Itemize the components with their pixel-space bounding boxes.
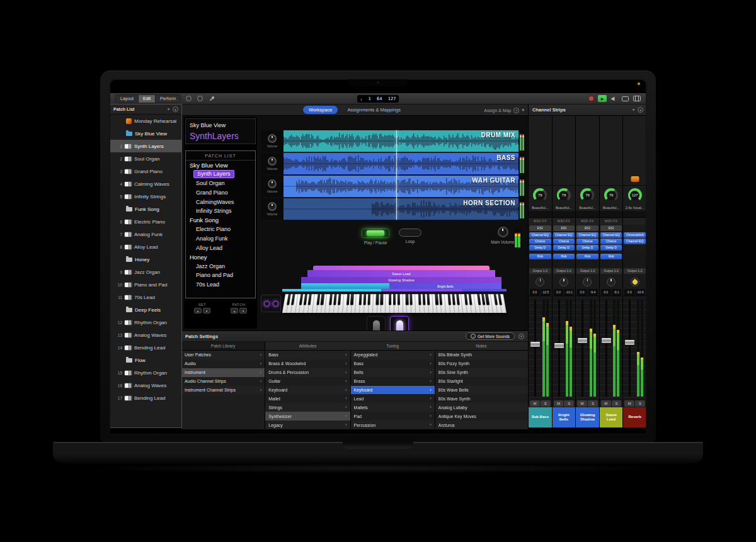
channel-knob[interactable]: 127 (628, 188, 642, 202)
play-button[interactable]: ▶ (598, 95, 607, 102)
output-slot[interactable]: Output 1-2 (576, 268, 598, 274)
mode-button[interactable]: Edit (139, 95, 156, 103)
output-slot[interactable]: Output 1-2 (624, 268, 646, 274)
track-volume-knob[interactable] (268, 179, 277, 188)
patch-list-item[interactable]: Funk Song (110, 203, 181, 215)
midi-fx-slot[interactable]: E52 (600, 225, 622, 231)
patch-list-item[interactable]: 11 70s Lead (110, 291, 181, 303)
mute-button[interactable]: M (554, 400, 564, 407)
sound-item[interactable]: Antique Key Moves (435, 412, 528, 421)
pan-knob[interactable] (559, 278, 568, 286)
audio-fx-slot[interactable]: Chorus (529, 239, 551, 244)
patch-widget-item[interactable]: Sky Blue View (186, 161, 255, 170)
sound-item[interactable]: Arcturus (435, 421, 528, 429)
library-item[interactable]: Instrument (181, 368, 265, 377)
audio-fx-slot[interactable]: Channel EQ (600, 232, 622, 238)
subcategory-item[interactable]: Keyboard (351, 386, 435, 395)
patch-list-item[interactable]: 15 Rhythm Organ (110, 366, 181, 379)
subcategory-item[interactable]: Brass (351, 377, 435, 386)
patch-list-item[interactable]: 4 Calming Waves (110, 178, 181, 190)
mode-button[interactable]: Layout (116, 95, 139, 103)
patch-list-item[interactable]: 6 Electric Piano (110, 215, 181, 228)
patch-down-button[interactable]: ▾ (239, 308, 247, 313)
chevron-down-icon[interactable]: ▾ (522, 108, 524, 113)
channel-knob[interactable]: 79 (604, 188, 618, 202)
patch-list-item[interactable]: Deep Feels (110, 303, 181, 316)
solo-button[interactable]: S (541, 400, 551, 407)
patch-list-item[interactable]: Flow (110, 354, 181, 366)
track-volume-knob[interactable] (268, 134, 277, 143)
fader-handle[interactable] (530, 342, 540, 347)
pan-knob[interactable] (536, 278, 544, 286)
add-channel-icon[interactable]: + (632, 107, 635, 113)
send-slot-button[interactable]: Rvb (576, 254, 598, 259)
audio-fx-slot[interactable]: Channel EQ (553, 232, 575, 238)
channel-menu-icon[interactable]: ▾ (638, 107, 643, 113)
sound-item[interactable]: 80s Fizzy Synth (435, 359, 528, 368)
patch-widget-item[interactable]: CalmingWaves (186, 197, 255, 206)
category-item[interactable]: Keyboard (265, 386, 350, 395)
audio-fx-slot[interactable]: Chorus (576, 239, 598, 244)
library-item[interactable]: Instrument Channel Strips (181, 386, 265, 395)
patch-list-item[interactable]: 7 Analog Funk (110, 228, 181, 240)
subcategory-item[interactable]: Lead (351, 394, 435, 403)
audio-fx-slot[interactable]: Chorus (600, 239, 622, 244)
patch-list-item[interactable]: 12 Rhythm Organ (110, 316, 181, 329)
patch-list-item[interactable]: Monday Rehearsal (110, 115, 181, 127)
output-slot[interactable]: Output 1-2 (553, 268, 575, 274)
info-icon[interactable] (197, 95, 203, 102)
output-slot[interactable]: Output 1-2 (600, 268, 622, 274)
channel-name[interactable]: Bright Bells (553, 407, 576, 427)
patch-widget-item[interactable]: Infinity Strings (186, 206, 255, 216)
patch-list-item[interactable]: 10 Piano and Pad (110, 278, 181, 291)
category-item[interactable]: Brass & Woodwind (265, 359, 350, 368)
category-item[interactable]: Strings (265, 403, 350, 412)
tab-assignments-mappings[interactable]: Assignments & Mappings (341, 106, 406, 114)
patch-widget-item[interactable]: Analog Funk (186, 234, 255, 244)
audio-fx-slot[interactable]: Channel EQ (624, 239, 646, 244)
patch-list-item[interactable]: 3 Grand Piano (110, 165, 181, 178)
category-item[interactable]: Synthesizer (265, 412, 350, 421)
audio-fx-slot[interactable]: Delay D (600, 245, 622, 251)
assign-map-icon[interactable]: + (513, 108, 519, 113)
fader-handle[interactable] (602, 338, 611, 343)
track-volume-knob[interactable] (268, 157, 277, 166)
audio-fx-slot[interactable]: Delay D (576, 245, 598, 251)
category-item[interactable]: Guitar (265, 377, 350, 386)
record-button[interactable] (589, 96, 593, 101)
patch-list-item[interactable]: 16 Analog Waves (110, 379, 181, 392)
patch-list-item[interactable]: 14 Bending Lead (110, 341, 181, 354)
midi-fx-slot[interactable]: E52 (576, 225, 598, 231)
display-icon[interactable] (622, 96, 629, 101)
subcategory-item[interactable]: Arpeggiated (351, 351, 435, 359)
sound-item[interactable]: Analog Lullaby (435, 403, 528, 412)
set-up-button[interactable]: ▴ (194, 308, 202, 313)
sound-item[interactable]: 80s Starlight (435, 377, 528, 386)
fader-handle[interactable] (554, 343, 564, 348)
channel-name[interactable]: Sweet Lead (600, 407, 623, 427)
category-item[interactable]: Drums & Percussion (265, 368, 350, 377)
channel-knob[interactable]: 79 (557, 188, 571, 202)
category-item[interactable]: Mallet (265, 394, 350, 403)
patch-widget-item[interactable]: Alloy Lead (186, 243, 255, 252)
wrench-icon[interactable] (208, 95, 215, 102)
patch-list-item[interactable]: 17 Bending Lead (110, 392, 181, 404)
tab-workspace[interactable]: Workspace (303, 106, 338, 114)
mute-button[interactable]: M (530, 400, 540, 407)
channel-knob[interactable]: 79 (533, 188, 547, 202)
patch-widget-item[interactable]: Funk Song (186, 216, 255, 225)
patch-list-item[interactable]: 1 Synth Layers (110, 140, 181, 152)
audio-fx-slot[interactable]: Delay D (529, 245, 551, 251)
library-item[interactable]: User Patches (181, 351, 265, 359)
channel-knob[interactable]: 79 (580, 188, 594, 202)
send-slot-button[interactable]: Rvb (553, 254, 575, 259)
patch-widget-item[interactable]: Soul Organ (186, 179, 255, 188)
subcategory-item[interactable]: Bass (351, 359, 435, 368)
midi-fx-slot[interactable]: E52 (529, 225, 551, 231)
patch-widget-item[interactable]: Honey (186, 252, 255, 262)
pan-knob[interactable] (607, 278, 616, 286)
patch-widget-item[interactable]: Synth Layers (186, 170, 255, 179)
master-mute-icon[interactable] (611, 96, 617, 101)
patch-list-item[interactable]: 9 Jazz Organ (110, 266, 181, 278)
sound-item[interactable]: 80s Bitrate Synth (435, 351, 528, 359)
